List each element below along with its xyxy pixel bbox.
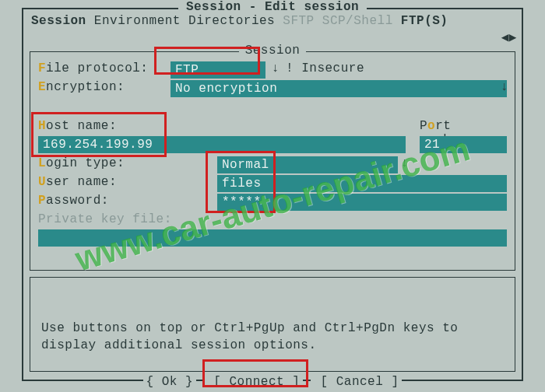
dialog-title: Session - Edit session (178, 0, 367, 14)
tab-ftps[interactable]: FTP(S) (401, 14, 448, 28)
label-password: Password: (38, 194, 109, 208)
hint-text: Use buttons on top or Ctrl+PgUp and Ctrl… (41, 320, 504, 354)
field-encryption[interactable]: No encryption (171, 80, 507, 97)
row-private-key: Private key file: (38, 212, 507, 229)
ok-button[interactable]: { Ok } (143, 375, 197, 389)
dropdown-icon[interactable]: ↓ (272, 61, 280, 75)
row-host: Host name: Port number: (38, 119, 507, 136)
field-user[interactable]: files (217, 175, 507, 192)
title-bar: Session - Edit session (23, 0, 522, 14)
row-private-key-value (38, 229, 507, 247)
cancel-button[interactable]: [ Cancel ] (317, 375, 402, 389)
tab-scroll-arrows[interactable]: ◀▶ (501, 30, 517, 45)
field-private-key[interactable] (38, 229, 507, 247)
field-login-type[interactable]: Normal (217, 156, 398, 173)
row-user: User name: files (38, 175, 507, 192)
field-host[interactable]: 169.254.199.99 (38, 136, 406, 153)
dialog-frame: Session - Edit session Session Environme… (22, 8, 523, 381)
dropdown-icon[interactable]: ↓ (501, 80, 508, 94)
button-row: { Ok } [ Connect ] [ Cancel ] (23, 375, 522, 389)
row-encryption: Encryption: No encryption ↓ (38, 80, 507, 97)
label-user: User name: (38, 175, 117, 189)
row-password: Password: ***** (38, 194, 507, 211)
field-file-protocol[interactable]: FTP (171, 61, 265, 79)
tab-session[interactable]: Session (31, 14, 86, 28)
tab-directories[interactable]: Directories (188, 14, 275, 28)
tab-environment[interactable]: Environment (94, 14, 181, 28)
label-host: Host name: (38, 119, 117, 133)
label-file-protocol: File protocol: (38, 61, 148, 75)
label-private-key: Private key file: (38, 212, 172, 226)
hint-box: Use buttons on top or Ctrl+PgUp and Ctrl… (30, 277, 515, 372)
row-file-protocol: File protocol: FTP ↓ ! Insecure (38, 61, 507, 79)
dropdown-icon[interactable]: ↓ (401, 156, 409, 170)
tab-sftp: SFTP (283, 14, 314, 28)
row-host-value: 169.254.199.99 21 (38, 136, 507, 153)
session-groupbox: Session File protocol: FTP ↓ ! Insecure … (30, 51, 515, 271)
session-groupbox-label: Session (239, 44, 307, 58)
label-encryption: Encryption: (38, 80, 125, 94)
session-groupbox-title: Session (30, 44, 515, 58)
tab-scpshell: SCP/Shell (322, 14, 393, 28)
connect-button[interactable]: [ Connect ] (210, 375, 303, 389)
field-password[interactable]: ***** (217, 194, 507, 211)
label-login-type: Login type: (38, 156, 125, 170)
insecure-warning: ! Insecure (286, 61, 364, 75)
field-port[interactable]: 21 (420, 136, 507, 153)
row-login-type: Login type: Normal ↓ (38, 156, 507, 173)
